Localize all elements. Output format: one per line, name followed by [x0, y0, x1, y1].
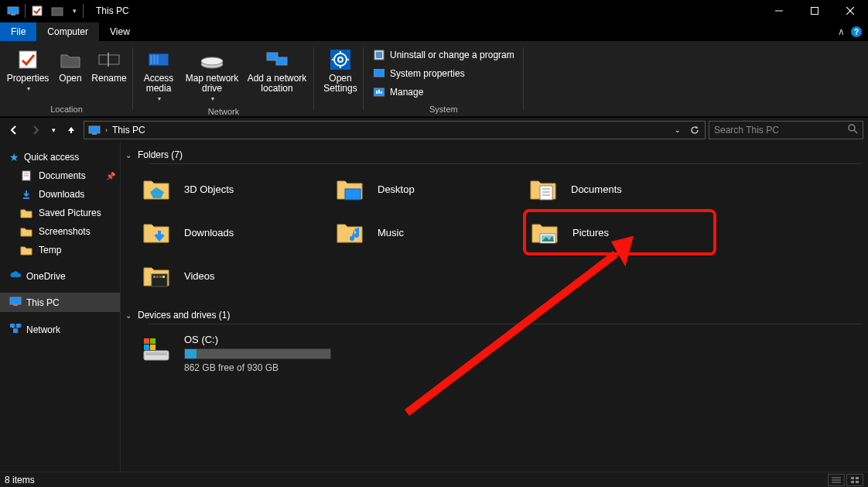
folder-item-documents[interactable]: Documents — [523, 169, 716, 209]
ribbon-label: System properties — [390, 68, 465, 79]
back-button[interactable] — [5, 121, 23, 139]
download-icon — [20, 188, 32, 201]
divider — [149, 324, 862, 324]
network-icon — [9, 323, 22, 336]
app-icon[interactable] — [5, 2, 22, 19]
folder-item-videos[interactable]: Videos — [136, 256, 330, 296]
sidebar-this-pc[interactable]: This PC — [0, 293, 120, 312]
tab-computer[interactable]: Computer — [36, 22, 99, 41]
folders-grid: 3D Objects Desktop Documents Downloads M… — [121, 169, 868, 296]
refresh-button[interactable] — [686, 122, 703, 139]
uninstall-button[interactable]: Uninstall or change a program — [370, 47, 518, 63]
group-header-label: Devices and drives (1) — [138, 310, 230, 321]
sidebar-label: This PC — [26, 297, 60, 308]
open-settings-button[interactable]: Open Settings — [319, 44, 362, 97]
pc-icon — [86, 125, 103, 135]
folder-label: Music — [378, 227, 404, 238]
group-label — [339, 105, 341, 115]
svg-rect-50 — [540, 186, 552, 200]
svg-rect-34 — [92, 133, 97, 135]
sidebar-onedrive[interactable]: OneDrive — [0, 267, 120, 285]
window-title: This PC — [96, 5, 129, 16]
separator — [83, 4, 84, 18]
svg-rect-32 — [381, 91, 382, 94]
access-media-button[interactable]: Access media▾ — [138, 44, 179, 107]
group-header-label: Folders (7) — [138, 149, 183, 160]
breadcrumb[interactable]: This PC — [110, 125, 669, 135]
drives-group-header[interactable]: ⌄ Devices and drives (1) — [121, 307, 868, 324]
svg-rect-67 — [150, 345, 155, 350]
gear-icon — [328, 47, 353, 72]
status-bar: 8 items — [0, 472, 868, 487]
svg-rect-76 — [851, 481, 854, 483]
maximize-button[interactable] — [797, 0, 832, 22]
sidebar-item-label: Documents — [39, 170, 86, 181]
folder-item-pictures[interactable]: Pictures — [523, 209, 716, 256]
sidebar-item-downloads[interactable]: Downloads — [0, 185, 120, 204]
sidebar-network[interactable]: Network — [0, 320, 120, 339]
search-input[interactable] — [714, 125, 848, 135]
tab-file[interactable]: File — [0, 22, 36, 41]
svg-rect-8 — [19, 51, 36, 68]
map-drive-button[interactable]: Map network drive▾ — [183, 44, 241, 107]
ribbon-label: Access media — [139, 74, 178, 94]
folder-item-desktop[interactable]: Desktop — [330, 169, 523, 209]
ribbon-group-location: Properties▾ Open Rename Location — [0, 41, 133, 116]
collapse-ribbon-icon[interactable]: ∧ — [838, 26, 845, 37]
properties-button[interactable]: Properties▾ — [5, 44, 51, 97]
svg-point-35 — [849, 125, 855, 131]
sidebar-item-temp[interactable]: Temp — [0, 241, 120, 259]
system-properties-icon — [373, 67, 385, 80]
group-label: Location — [50, 105, 83, 115]
minimize-button[interactable] — [761, 0, 797, 22]
add-network-location-button[interactable]: Add a network location — [244, 44, 309, 97]
sidebar-item-label: Screenshots — [39, 226, 91, 237]
quick-access-toolbar: ▾ — [0, 2, 88, 19]
search-box[interactable] — [709, 121, 863, 139]
search-icon[interactable] — [848, 124, 858, 136]
ribbon-tabs: File Computer View ∧ ? — [0, 22, 868, 41]
qat-properties-icon[interactable] — [29, 2, 46, 19]
navigation-pane[interactable]: ★ Quick access Documents 📌 Downloads Sav… — [0, 142, 121, 472]
svg-rect-27 — [376, 52, 382, 58]
system-properties-button[interactable]: System properties — [370, 66, 518, 81]
breadcrumb-segment[interactable]: This PC — [112, 125, 145, 135]
sidebar-quick-access[interactable]: ★ Quick access — [0, 148, 120, 166]
close-button[interactable] — [832, 0, 868, 22]
open-button[interactable]: Open — [54, 44, 87, 87]
svg-rect-28 — [374, 69, 384, 77]
svg-rect-1 — [11, 14, 15, 15]
content-pane[interactable]: ⌄ Folders (7) 3D Objects Desktop Documen… — [121, 142, 868, 472]
svg-rect-3 — [52, 8, 63, 15]
drive-name: OS (C:) — [184, 334, 402, 345]
drive-item-os-c[interactable]: OS (C:) 862 GB free of 930 GB — [136, 329, 407, 378]
address-bar-row: ▾ › This PC ⌄ — [0, 117, 868, 142]
tiles-view-button[interactable] — [846, 474, 863, 486]
forward-button[interactable] — [26, 121, 45, 139]
manage-button[interactable]: Manage — [370, 84, 518, 100]
rename-button[interactable]: Rename — [90, 44, 128, 87]
map-drive-icon — [200, 47, 224, 72]
svg-rect-49 — [345, 189, 361, 200]
drive-free-text: 862 GB free of 930 GB — [184, 362, 402, 373]
help-icon[interactable]: ? — [851, 26, 862, 37]
folder-item-music[interactable]: Music — [330, 209, 523, 256]
sidebar-item-saved-pictures[interactable]: Saved Pictures — [0, 204, 120, 222]
qat-new-folder-icon[interactable] — [49, 2, 66, 19]
folder-item-downloads[interactable]: Downloads — [136, 209, 330, 256]
up-button[interactable] — [62, 121, 80, 139]
history-dropdown-button[interactable]: ⌄ — [669, 122, 686, 139]
folders-group-header[interactable]: ⌄ Folders (7) — [121, 146, 868, 163]
svg-rect-42 — [13, 304, 18, 306]
details-view-button[interactable] — [828, 474, 845, 486]
tab-view[interactable]: View — [99, 22, 141, 41]
ribbon-group-settings: Open Settings — [314, 41, 364, 116]
recent-locations-button[interactable]: ▾ — [48, 121, 59, 139]
sidebar-item-documents[interactable]: Documents 📌 — [0, 166, 120, 185]
folder-icon — [20, 244, 32, 256]
sidebar-item-screenshots[interactable]: Screenshots — [0, 222, 120, 241]
qat-dropdown-icon[interactable]: ▾ — [69, 2, 80, 19]
address-bar[interactable]: › This PC ⌄ — [84, 121, 706, 139]
breadcrumb-chevron[interactable]: › — [103, 126, 110, 134]
folder-item-3d-objects[interactable]: 3D Objects — [136, 169, 330, 209]
